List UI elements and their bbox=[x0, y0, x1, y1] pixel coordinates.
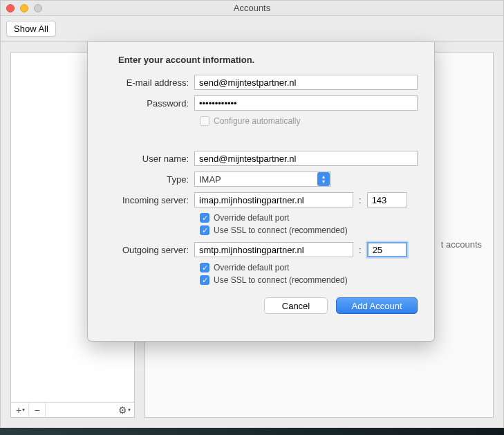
add-account-icon[interactable]: +▾ bbox=[12, 403, 29, 417]
window-title: Accounts bbox=[1, 3, 503, 13]
outgoing-label: Outgoing server: bbox=[104, 245, 194, 255]
cancel-button[interactable]: Cancel bbox=[264, 297, 328, 314]
toolbar: Show All bbox=[1, 16, 503, 42]
sheet-heading: Enter your account information. bbox=[118, 55, 418, 65]
gear-icon: ⚙ bbox=[118, 405, 127, 416]
chevron-down-icon: ▾ bbox=[128, 407, 131, 413]
incoming-server-field[interactable] bbox=[194, 192, 353, 207]
password-label: Password: bbox=[104, 98, 194, 109]
incoming-ssl-checkbox[interactable]: ✓ bbox=[200, 225, 209, 235]
port-separator: : bbox=[357, 245, 363, 255]
password-field[interactable] bbox=[194, 95, 418, 111]
chevron-down-icon: ▾ bbox=[22, 407, 25, 413]
plus-icon: + bbox=[16, 405, 21, 416]
incoming-ssl-label: Use SSL to connect (recommended) bbox=[214, 225, 348, 235]
type-select-value: IMAP bbox=[199, 174, 221, 185]
sheet-button-row: Cancel Add Account bbox=[104, 297, 418, 314]
email-label: E-mail address: bbox=[104, 77, 194, 88]
remove-account-icon[interactable]: − bbox=[29, 403, 46, 417]
outgoing-override-port-label: Override default port bbox=[214, 263, 289, 272]
outgoing-port-field[interactable] bbox=[367, 242, 407, 257]
incoming-port-field[interactable] bbox=[367, 192, 407, 207]
configure-auto-label: Configure automatically bbox=[214, 116, 300, 126]
settings-gear-icon[interactable]: ⚙▾ bbox=[116, 403, 133, 417]
new-account-sheet: Enter your account information. E-mail a… bbox=[87, 42, 435, 342]
background-hint-text: t accounts bbox=[441, 239, 482, 250]
configure-auto-checkbox[interactable] bbox=[200, 116, 209, 126]
add-account-button[interactable]: Add Account bbox=[336, 297, 418, 314]
username-field[interactable] bbox=[194, 151, 418, 166]
email-field[interactable] bbox=[194, 75, 418, 90]
accounts-list-footer: +▾ − ⚙▾ bbox=[11, 402, 134, 417]
select-arrows-icon: ▴▾ bbox=[317, 172, 330, 186]
type-select[interactable]: IMAP ▴▾ bbox=[194, 172, 331, 187]
outgoing-ssl-checkbox[interactable]: ✓ bbox=[200, 275, 209, 285]
accounts-window: Accounts Show All +▾ − ⚙▾ t accounts Ent… bbox=[0, 0, 504, 428]
outgoing-server-field[interactable] bbox=[194, 242, 353, 257]
username-label: User name: bbox=[104, 154, 194, 164]
outgoing-ssl-label: Use SSL to connect (recommended) bbox=[214, 275, 348, 285]
incoming-override-port-label: Override default port bbox=[214, 213, 289, 223]
show-all-button[interactable]: Show All bbox=[6, 21, 56, 37]
titlebar: Accounts bbox=[1, 1, 503, 16]
incoming-label: Incoming server: bbox=[104, 195, 194, 205]
desktop-strip bbox=[0, 428, 504, 435]
port-separator: : bbox=[357, 195, 363, 205]
type-label: Type: bbox=[104, 174, 194, 185]
outgoing-override-port-checkbox[interactable]: ✓ bbox=[200, 263, 209, 272]
incoming-override-port-checkbox[interactable]: ✓ bbox=[200, 213, 209, 223]
